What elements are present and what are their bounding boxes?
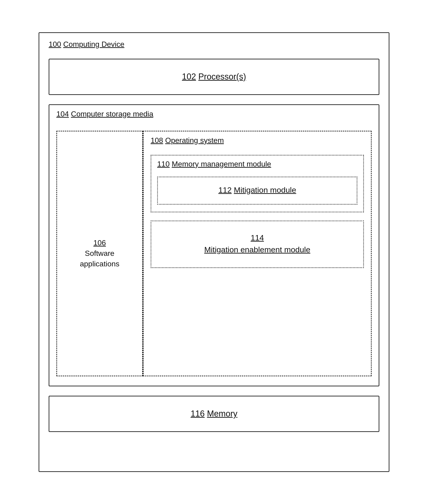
memory-label: 116 Memory [191, 409, 237, 419]
software-apps-box: 106 Software applications [56, 131, 143, 376]
mitigation-module-box: 112 Mitigation module [157, 177, 357, 205]
computing-device-box: 100 Computing Device 102 Processor(s) 10… [39, 32, 389, 472]
processor-box: 102 Processor(s) [49, 59, 379, 95]
storage-media-box: 104 Computer storage media 106 Software … [49, 104, 379, 386]
memory-management-label: 110 Memory management module [157, 160, 271, 168]
mitigation-enablement-box: 114 Mitigation enablement module [151, 221, 364, 268]
operating-system-label: 108 Operating system [151, 136, 224, 145]
processor-label: 102 Processor(s) [182, 72, 246, 82]
software-apps-label: 106 Software applications [80, 238, 120, 269]
computing-device-label: 100 Computing Device [49, 40, 124, 49]
memory-box: 116 Memory [49, 396, 379, 432]
operating-system-box: 108 Operating system 110 Memory manageme… [143, 131, 372, 376]
mitigation-enablement-label: 114 Mitigation enablement module [204, 232, 310, 256]
mitigation-label: 112 Mitigation module [218, 185, 296, 195]
memory-management-box: 110 Memory management module 112 Mitigat… [151, 155, 364, 212]
storage-media-label: 104 Computer storage media [56, 110, 153, 118]
